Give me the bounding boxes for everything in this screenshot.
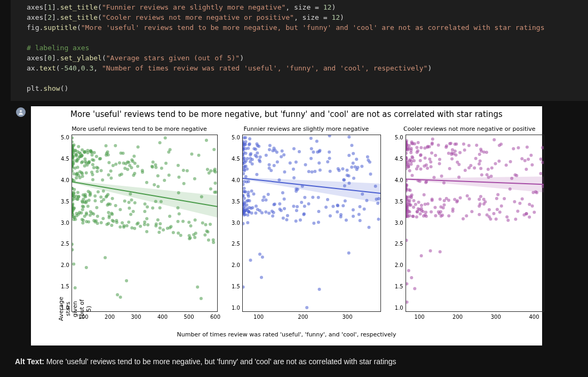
svg-point-85: [122, 224, 125, 227]
svg-point-544: [247, 193, 250, 196]
svg-point-838: [440, 175, 443, 178]
svg-point-609: [352, 177, 355, 180]
svg-point-918: [516, 209, 519, 213]
svg-point-826: [505, 215, 508, 218]
svg-point-811: [423, 156, 426, 160]
svg-point-141: [120, 172, 123, 176]
svg-point-218: [177, 164, 180, 167]
svg-point-442: [264, 210, 267, 214]
y-axis-ticks: 5.04.54.03.53.02.52.01.51.0: [61, 135, 71, 311]
svg-point-514: [267, 211, 271, 215]
svg-point-832: [428, 249, 432, 253]
svg-point-372: [81, 208, 84, 211]
svg-point-333: [125, 224, 129, 227]
jupyter-code-cell[interactable]: axes[1].set_title("Funnier reviews are s…: [11, 0, 588, 101]
svg-point-290: [110, 213, 114, 216]
svg-point-680: [488, 208, 491, 211]
svg-point-166: [133, 172, 136, 175]
svg-point-787: [415, 167, 418, 170]
svg-point-577: [352, 152, 355, 155]
svg-point-167: [100, 200, 103, 203]
svg-point-419: [352, 215, 355, 218]
svg-point-435: [249, 207, 252, 210]
svg-point-624: [329, 214, 332, 217]
svg-point-449: [298, 150, 301, 153]
svg-point-846: [467, 144, 471, 147]
svg-point-641: [282, 198, 285, 201]
svg-point-476: [275, 151, 279, 154]
svg-point-324: [107, 161, 110, 164]
svg-point-611: [326, 160, 329, 163]
svg-point-884: [490, 167, 494, 170]
svg-point-602: [260, 211, 264, 215]
svg-point-581: [271, 215, 274, 218]
svg-point-571: [350, 144, 353, 147]
svg-point-191: [164, 162, 168, 165]
svg-point-359: [168, 226, 171, 230]
svg-point-55: [123, 167, 126, 170]
svg-point-854: [541, 161, 544, 164]
svg-point-776: [426, 167, 429, 170]
svg-point-627: [303, 205, 306, 208]
svg-point-301: [95, 166, 98, 169]
svg-point-136: [136, 165, 139, 168]
svg-point-585: [243, 157, 246, 160]
svg-point-862: [444, 146, 448, 149]
svg-point-511: [304, 163, 307, 167]
svg-point-543: [317, 161, 321, 164]
svg-point-498: [305, 306, 308, 309]
svg-point-121: [146, 206, 149, 209]
svg-point-294: [168, 215, 171, 218]
svg-point-69: [196, 286, 199, 289]
alt-text-label: Alt Text:: [15, 357, 44, 366]
svg-point-618: [249, 157, 252, 160]
svg-point-236: [85, 171, 88, 175]
svg-point-545: [261, 256, 264, 259]
svg-point-495: [268, 144, 272, 147]
svg-point-850: [420, 204, 423, 207]
svg-point-863: [428, 158, 431, 161]
svg-point-910: [438, 198, 441, 201]
svg-point-14: [75, 176, 78, 179]
svg-point-384: [324, 206, 328, 209]
svg-point-750: [492, 212, 495, 215]
svg-point-856: [463, 148, 466, 152]
svg-point-374: [72, 192, 75, 195]
svg-point-834: [411, 215, 414, 218]
svg-point-579: [296, 205, 299, 208]
svg-point-542: [326, 198, 329, 201]
svg-point-897: [419, 168, 422, 171]
svg-point-477: [319, 169, 322, 172]
svg-point-694: [520, 198, 523, 201]
svg-point-137: [168, 174, 171, 177]
svg-point-628: [353, 166, 356, 169]
svg-point-219: [193, 236, 196, 239]
svg-point-242: [130, 226, 133, 230]
svg-point-894: [485, 151, 488, 154]
svg-point-607: [302, 213, 305, 216]
svg-point-870: [408, 159, 411, 162]
svg-point-393: [268, 148, 271, 151]
svg-point-110: [118, 161, 121, 164]
svg-point-940: [496, 193, 499, 197]
svg-point-163: [77, 145, 80, 148]
svg-point-272: [74, 286, 77, 289]
svg-point-533: [360, 165, 363, 168]
svg-point-422: [259, 155, 262, 159]
svg-point-334: [91, 178, 94, 182]
svg-point-883: [465, 194, 468, 198]
svg-point-319: [114, 163, 117, 166]
svg-point-708: [504, 163, 507, 167]
svg-point-423: [255, 173, 258, 176]
svg-point-310: [93, 151, 96, 154]
svg-point-268: [75, 153, 78, 156]
svg-point-54: [139, 225, 142, 228]
svg-point-206: [163, 179, 166, 182]
svg-point-620: [331, 205, 335, 208]
svg-point-906: [429, 165, 432, 168]
svg-point-375: [107, 216, 110, 219]
svg-point-345: [200, 297, 203, 300]
user-avatar-icon: [16, 107, 26, 117]
svg-point-155: [81, 160, 84, 163]
svg-point-32: [209, 187, 212, 191]
